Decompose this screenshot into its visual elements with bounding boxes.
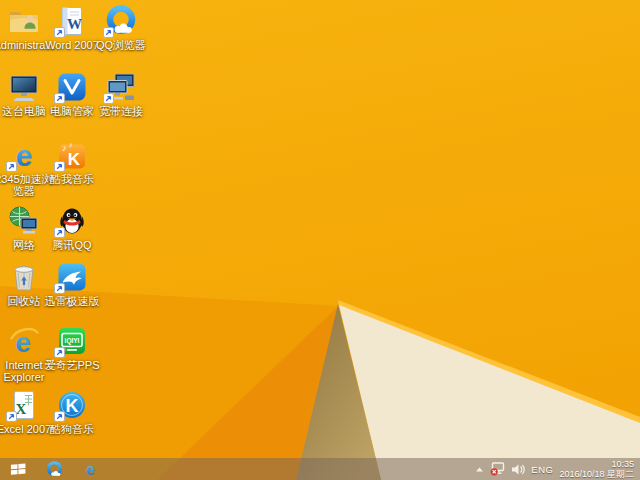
show-hidden-icons-button[interactable] bbox=[475, 466, 484, 473]
kugou-music-icon: K bbox=[56, 389, 88, 421]
qq-browser-icon bbox=[105, 5, 137, 37]
kuwo-music-icon: K♪♪ bbox=[56, 139, 88, 171]
internet-explorer-icon: e bbox=[8, 325, 40, 357]
desktop-icon-label: 爱奇艺PPS bbox=[33, 359, 111, 371]
shortcut-arrow-icon bbox=[54, 27, 65, 38]
clock-time: 10:35 bbox=[559, 459, 634, 469]
desktop-icon-tencent-qq[interactable]: 腾讯QQ bbox=[48, 205, 96, 251]
desktop-icon-browser-2345[interactable]: e2345加速浏览器 bbox=[0, 139, 48, 197]
shortcut-arrow-icon bbox=[54, 411, 65, 422]
shortcut-arrow-icon bbox=[54, 93, 65, 104]
network-disconnected-icon bbox=[490, 462, 505, 476]
language-indicator[interactable]: ENG bbox=[531, 464, 553, 475]
desktop-icon-label: 腾讯QQ bbox=[33, 239, 111, 251]
word-2007-icon: W bbox=[56, 5, 88, 37]
user-folder-icon bbox=[8, 5, 40, 37]
taskbar-app-qq-browser[interactable] bbox=[36, 458, 72, 480]
clock-date: 2016/10/18 星期二 bbox=[559, 469, 634, 479]
thunder-icon bbox=[56, 261, 88, 293]
network-icon bbox=[8, 205, 40, 237]
svg-text:X: X bbox=[16, 401, 27, 417]
windows-logo-icon bbox=[10, 462, 26, 477]
iqiyi-pps-icon: iQIYI bbox=[56, 325, 88, 357]
desktop-icon-broadband[interactable]: 宽带连接 bbox=[97, 71, 145, 117]
browser-2345-icon: e bbox=[82, 461, 99, 478]
shortcut-arrow-icon bbox=[103, 93, 114, 104]
desktop-icon-label: QQ浏览器 bbox=[82, 39, 160, 51]
desktop-icon-label: 酷我音乐 bbox=[33, 173, 111, 185]
desktop[interactable]: Administra...WWord 2007QQ浏览器这台电脑电脑管家宽带连接… bbox=[0, 0, 640, 480]
qq-browser-icon bbox=[46, 461, 63, 478]
shortcut-arrow-icon bbox=[6, 411, 17, 422]
taskbar[interactable]: e EN bbox=[0, 458, 640, 480]
desktop-icon-grid: Administra...WWord 2007QQ浏览器这台电脑电脑管家宽带连接… bbox=[0, 0, 640, 480]
excel-2007-icon: X bbox=[8, 389, 40, 421]
svg-text:e: e bbox=[86, 461, 95, 478]
shortcut-arrow-icon bbox=[54, 283, 65, 294]
svg-text:iQIYI: iQIYI bbox=[65, 337, 80, 345]
shortcut-arrow-icon bbox=[103, 27, 114, 38]
volume-icon bbox=[511, 463, 525, 476]
desktop-icon-internet-explorer[interactable]: eInternetExplorer bbox=[0, 325, 48, 383]
broadband-icon bbox=[105, 71, 137, 103]
start-button[interactable] bbox=[0, 458, 36, 480]
desktop-icon-iqiyi-pps[interactable]: iQIYI爱奇艺PPS bbox=[48, 325, 96, 371]
desktop-icon-kuwo-music[interactable]: K♪♪酷我音乐 bbox=[48, 139, 96, 185]
network-status-button[interactable] bbox=[490, 462, 505, 476]
taskbar-pinned-apps: e bbox=[36, 458, 108, 480]
svg-text:W: W bbox=[67, 16, 82, 32]
tencent-qq-icon bbox=[56, 205, 88, 237]
svg-text:K: K bbox=[68, 150, 81, 169]
taskbar-app-browser-2345[interactable]: e bbox=[72, 458, 108, 480]
shortcut-arrow-icon bbox=[54, 347, 65, 358]
svg-text:♪: ♪ bbox=[62, 143, 67, 153]
desktop-icon-qq-browser[interactable]: QQ浏览器 bbox=[97, 5, 145, 51]
chevron-up-icon bbox=[475, 466, 484, 473]
shortcut-arrow-icon bbox=[6, 161, 17, 172]
svg-text:♪: ♪ bbox=[69, 141, 73, 148]
system-tray: ENG 10:35 2016/10/18 星期二 bbox=[475, 458, 640, 480]
desktop-icon-label: 酷狗音乐 bbox=[33, 423, 111, 435]
browser-2345-icon: e bbox=[8, 139, 40, 171]
shortcut-arrow-icon bbox=[54, 161, 65, 172]
svg-text:K: K bbox=[66, 396, 79, 416]
desktop-icon-kugou-music[interactable]: K酷狗音乐 bbox=[48, 389, 96, 435]
svg-text:e: e bbox=[16, 139, 33, 171]
shortcut-arrow-icon bbox=[54, 227, 65, 238]
this-pc-icon bbox=[8, 71, 40, 103]
taskbar-clock[interactable]: 10:35 2016/10/18 星期二 bbox=[559, 459, 634, 479]
volume-button[interactable] bbox=[511, 463, 525, 476]
pc-manager-icon bbox=[56, 71, 88, 103]
desktop-icon-label: 迅雷极速版 bbox=[33, 295, 111, 307]
desktop-icon-thunder-speed[interactable]: 迅雷极速版 bbox=[48, 261, 96, 307]
recycle-bin-icon bbox=[8, 261, 40, 293]
desktop-icon-label: 宽带连接 bbox=[82, 105, 160, 117]
